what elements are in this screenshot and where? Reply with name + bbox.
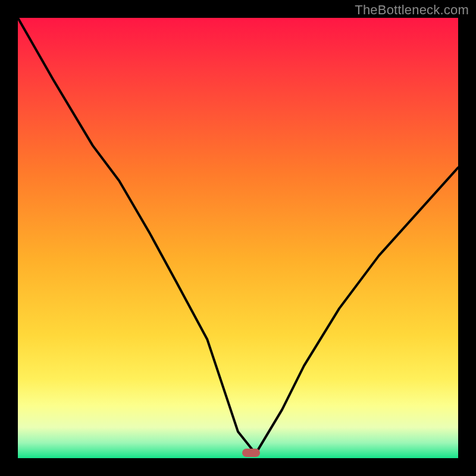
attribution-label: TheBottleneck.com (355, 2, 469, 18)
optimum-marker (242, 449, 260, 457)
chart-canvas: TheBottleneck.com (0, 0, 476, 476)
bottleneck-curve (18, 18, 458, 458)
plot-area (18, 18, 458, 458)
